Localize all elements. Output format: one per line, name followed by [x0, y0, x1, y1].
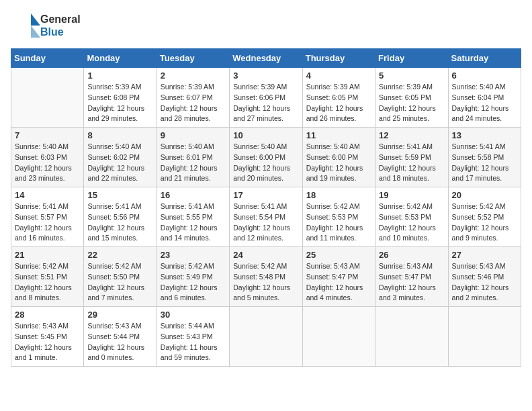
day-cell — [230, 307, 302, 367]
day-number: 15 — [87, 190, 152, 200]
day-number: 20 — [452, 190, 517, 200]
day-cell: 25Sunrise: 5:43 AM Sunset: 5:47 PM Dayli… — [302, 247, 375, 307]
day-info: Sunrise: 5:39 AM Sunset: 6:07 PM Dayligh… — [161, 82, 226, 124]
column-header-thursday: Thursday — [302, 49, 375, 68]
day-info: Sunrise: 5:39 AM Sunset: 6:06 PM Dayligh… — [233, 82, 298, 124]
day-cell: 24Sunrise: 5:42 AM Sunset: 5:48 PM Dayli… — [230, 247, 302, 307]
week-row-2: 7Sunrise: 5:40 AM Sunset: 6:03 PM Daylig… — [11, 128, 521, 187]
day-cell: 15Sunrise: 5:41 AM Sunset: 5:56 PM Dayli… — [84, 187, 157, 247]
day-cell: 30Sunrise: 5:44 AM Sunset: 5:43 PM Dayli… — [157, 307, 229, 367]
day-number: 16 — [161, 190, 226, 200]
day-number: 6 — [452, 71, 517, 81]
day-cell: 11Sunrise: 5:40 AM Sunset: 6:00 PM Dayli… — [302, 128, 375, 187]
logo-general: General — [40, 13, 81, 26]
day-cell — [302, 307, 375, 367]
day-cell — [448, 307, 521, 367]
day-info: Sunrise: 5:41 AM Sunset: 5:58 PM Dayligh… — [452, 142, 517, 184]
day-number: 9 — [161, 130, 226, 140]
logo-blue: Blue — [40, 26, 81, 38]
week-row-4: 21Sunrise: 5:42 AM Sunset: 5:51 PM Dayli… — [11, 247, 521, 307]
column-header-monday: Monday — [84, 49, 157, 68]
day-info: Sunrise: 5:42 AM Sunset: 5:48 PM Dayligh… — [233, 261, 298, 304]
week-row-1: 1Sunrise: 5:39 AM Sunset: 6:08 PM Daylig… — [11, 68, 521, 128]
day-number: 17 — [233, 190, 298, 200]
day-info: Sunrise: 5:42 AM Sunset: 5:49 PM Dayligh… — [161, 261, 226, 304]
day-number: 26 — [379, 250, 444, 260]
svg-marker-1 — [31, 26, 40, 38]
day-number: 21 — [15, 250, 80, 260]
column-header-friday: Friday — [375, 49, 448, 68]
column-header-wednesday: Wednesday — [230, 49, 302, 68]
day-number: 27 — [452, 250, 517, 260]
day-info: Sunrise: 5:43 AM Sunset: 5:46 PM Dayligh… — [452, 261, 517, 304]
day-number: 5 — [379, 71, 444, 81]
day-number: 10 — [233, 130, 298, 140]
day-number: 25 — [306, 250, 371, 260]
day-number: 3 — [233, 71, 298, 81]
day-cell: 4Sunrise: 5:39 AM Sunset: 6:05 PM Daylig… — [302, 68, 375, 128]
day-cell: 27Sunrise: 5:43 AM Sunset: 5:46 PM Dayli… — [448, 247, 521, 307]
day-info: Sunrise: 5:41 AM Sunset: 5:56 PM Dayligh… — [87, 201, 152, 244]
day-number: 11 — [306, 130, 371, 140]
day-number: 1 — [87, 71, 152, 81]
day-cell: 7Sunrise: 5:40 AM Sunset: 6:03 PM Daylig… — [11, 128, 84, 187]
day-cell — [11, 68, 84, 128]
day-cell: 18Sunrise: 5:42 AM Sunset: 5:53 PM Dayli… — [302, 187, 375, 247]
day-number: 14 — [15, 190, 80, 200]
day-info: Sunrise: 5:40 AM Sunset: 6:03 PM Dayligh… — [15, 142, 80, 184]
day-number: 13 — [452, 130, 517, 140]
day-number: 2 — [161, 71, 226, 81]
day-number: 24 — [233, 250, 298, 260]
day-cell: 1Sunrise: 5:39 AM Sunset: 6:08 PM Daylig… — [84, 68, 157, 128]
day-cell: 16Sunrise: 5:41 AM Sunset: 5:55 PM Dayli… — [157, 187, 229, 247]
day-cell: 19Sunrise: 5:42 AM Sunset: 5:53 PM Dayli… — [375, 187, 448, 247]
day-info: Sunrise: 5:43 AM Sunset: 5:47 PM Dayligh… — [306, 261, 371, 304]
day-number: 7 — [15, 130, 80, 140]
day-cell: 23Sunrise: 5:42 AM Sunset: 5:49 PM Dayli… — [157, 247, 229, 307]
day-info: Sunrise: 5:43 AM Sunset: 5:45 PM Dayligh… — [15, 321, 80, 363]
day-info: Sunrise: 5:39 AM Sunset: 6:05 PM Dayligh… — [379, 82, 444, 124]
calendar-table: SundayMondayTuesdayWednesdayThursdayFrid… — [11, 48, 521, 367]
day-cell: 2Sunrise: 5:39 AM Sunset: 6:07 PM Daylig… — [157, 68, 229, 128]
day-number: 28 — [15, 310, 80, 320]
day-info: Sunrise: 5:43 AM Sunset: 5:47 PM Dayligh… — [379, 261, 444, 304]
day-cell: 12Sunrise: 5:41 AM Sunset: 5:59 PM Dayli… — [375, 128, 448, 187]
day-cell: 22Sunrise: 5:42 AM Sunset: 5:50 PM Dayli… — [84, 247, 157, 307]
day-number: 30 — [161, 310, 226, 320]
day-cell: 9Sunrise: 5:40 AM Sunset: 6:01 PM Daylig… — [157, 128, 229, 187]
day-info: Sunrise: 5:39 AM Sunset: 6:08 PM Dayligh… — [87, 82, 152, 124]
column-header-sunday: Sunday — [11, 49, 84, 68]
day-info: Sunrise: 5:43 AM Sunset: 5:44 PM Dayligh… — [87, 321, 152, 363]
day-info: Sunrise: 5:41 AM Sunset: 5:55 PM Dayligh… — [161, 201, 226, 244]
day-info: Sunrise: 5:42 AM Sunset: 5:52 PM Dayligh… — [452, 201, 517, 244]
day-cell: 26Sunrise: 5:43 AM Sunset: 5:47 PM Dayli… — [375, 247, 448, 307]
column-header-tuesday: Tuesday — [157, 49, 229, 68]
page-header: General Blue — [11, 11, 521, 40]
day-info: Sunrise: 5:40 AM Sunset: 6:00 PM Dayligh… — [233, 142, 298, 184]
day-number: 29 — [87, 310, 152, 320]
header-row: SundayMondayTuesdayWednesdayThursdayFrid… — [11, 49, 521, 68]
column-header-saturday: Saturday — [448, 49, 521, 68]
logo: General Blue — [11, 11, 81, 40]
day-number: 19 — [379, 190, 444, 200]
day-number: 4 — [306, 71, 371, 81]
day-info: Sunrise: 5:41 AM Sunset: 5:57 PM Dayligh… — [15, 201, 80, 244]
day-cell: 3Sunrise: 5:39 AM Sunset: 6:06 PM Daylig… — [230, 68, 302, 128]
day-cell — [375, 307, 448, 367]
day-info: Sunrise: 5:40 AM Sunset: 6:02 PM Dayligh… — [87, 142, 152, 184]
day-number: 23 — [161, 250, 226, 260]
day-info: Sunrise: 5:41 AM Sunset: 5:54 PM Dayligh… — [233, 201, 298, 244]
day-info: Sunrise: 5:40 AM Sunset: 6:00 PM Dayligh… — [306, 142, 371, 184]
day-cell: 29Sunrise: 5:43 AM Sunset: 5:44 PM Dayli… — [84, 307, 157, 367]
day-cell: 8Sunrise: 5:40 AM Sunset: 6:02 PM Daylig… — [84, 128, 157, 187]
week-row-5: 28Sunrise: 5:43 AM Sunset: 5:45 PM Dayli… — [11, 307, 521, 367]
day-info: Sunrise: 5:42 AM Sunset: 5:53 PM Dayligh… — [306, 201, 371, 244]
day-info: Sunrise: 5:39 AM Sunset: 6:05 PM Dayligh… — [306, 82, 371, 124]
day-number: 12 — [379, 130, 444, 140]
day-cell: 21Sunrise: 5:42 AM Sunset: 5:51 PM Dayli… — [11, 247, 84, 307]
day-info: Sunrise: 5:44 AM Sunset: 5:43 PM Dayligh… — [161, 321, 226, 363]
day-cell: 28Sunrise: 5:43 AM Sunset: 5:45 PM Dayli… — [11, 307, 84, 367]
day-cell: 6Sunrise: 5:40 AM Sunset: 6:04 PM Daylig… — [448, 68, 521, 128]
day-number: 22 — [87, 250, 152, 260]
svg-marker-0 — [31, 13, 40, 26]
